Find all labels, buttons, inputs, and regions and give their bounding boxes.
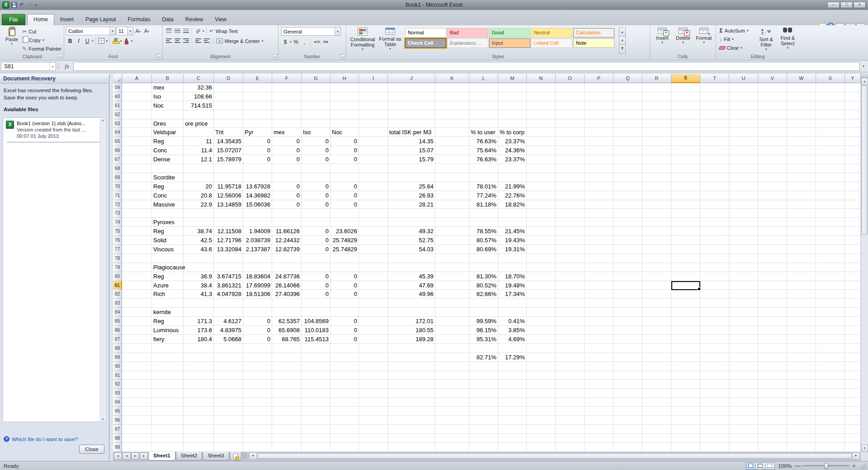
cell-Q89[interactable]	[613, 353, 642, 362]
cell-N80[interactable]	[527, 272, 556, 281]
cell-R87[interactable]	[642, 335, 671, 344]
cell-style-normal[interactable]: Normal	[405, 28, 446, 38]
cell-A99[interactable]	[122, 443, 152, 452]
cell-K62[interactable]	[435, 110, 469, 119]
cell-C67[interactable]: 12.1	[184, 155, 214, 164]
cell-I97[interactable]	[359, 425, 388, 434]
cell-J88[interactable]	[388, 344, 435, 353]
cell-E95[interactable]	[243, 407, 272, 416]
cell-L90[interactable]	[469, 362, 498, 371]
cell-R75[interactable]	[642, 227, 671, 236]
fill-color-button[interactable]	[112, 37, 120, 45]
cell-E74[interactable]	[243, 218, 272, 227]
cell-Q69[interactable]	[613, 173, 642, 182]
cell-V66[interactable]	[758, 146, 787, 155]
cell-J86[interactable]: 180.55	[388, 326, 435, 335]
cell-G64[interactable]: Iso	[302, 128, 330, 137]
cell-D96[interactable]	[214, 416, 243, 425]
cell-C79[interactable]	[184, 263, 214, 272]
cell-L96[interactable]	[469, 416, 498, 425]
cell-C65[interactable]: 11	[184, 137, 214, 146]
cell-W98[interactable]	[787, 434, 816, 443]
cell-E90[interactable]	[243, 362, 272, 371]
normal-view-button[interactable]	[746, 462, 756, 470]
column-header-E[interactable]: E	[243, 74, 272, 83]
cell-N88[interactable]	[527, 344, 556, 353]
cell-K79[interactable]	[435, 263, 469, 272]
cell-J72[interactable]: 28.21	[388, 200, 435, 209]
cell-Q80[interactable]	[613, 272, 642, 281]
cell-R73[interactable]	[642, 209, 671, 218]
underline-dropdown-icon[interactable]: ▾	[92, 39, 94, 43]
cell-B91[interactable]	[152, 371, 184, 380]
cell-N64[interactable]	[527, 128, 556, 137]
cell-R91[interactable]	[642, 371, 671, 380]
cell-X66[interactable]	[816, 146, 845, 155]
cell-E65[interactable]: 0	[243, 137, 272, 146]
insert-cells-button[interactable]: Insert ▾	[652, 26, 673, 52]
cell-V77[interactable]	[758, 245, 787, 254]
cell-M80[interactable]: 18.70%	[498, 272, 527, 281]
cell-D59[interactable]	[214, 83, 243, 92]
cell-L62[interactable]	[469, 110, 498, 119]
cell-G72[interactable]: 0	[302, 200, 330, 209]
column-header-U[interactable]: U	[729, 74, 758, 83]
cell-B67[interactable]: Dense	[152, 155, 184, 164]
cell-F86[interactable]: 65.6908	[272, 326, 302, 335]
ribbon-tab-view[interactable]: View	[209, 14, 232, 25]
cell-K71[interactable]	[435, 191, 469, 200]
cell-X59[interactable]	[816, 83, 845, 92]
cell-T98[interactable]	[700, 434, 729, 443]
increase-indent-button[interactable]	[203, 37, 211, 45]
cell-Q87[interactable]	[613, 335, 642, 344]
cell-U70[interactable]	[729, 182, 758, 191]
cell-Q78[interactable]	[613, 254, 642, 263]
cell-B70[interactable]: Reg	[152, 182, 184, 191]
row-header-88[interactable]: 88	[113, 344, 122, 353]
cell-L95[interactable]	[469, 407, 498, 416]
cell-T68[interactable]	[700, 164, 729, 173]
cell-O89[interactable]	[556, 353, 585, 362]
cell-K84[interactable]	[435, 308, 469, 317]
cell-X94[interactable]	[816, 398, 845, 407]
cell-V76[interactable]	[758, 236, 787, 245]
cell-L87[interactable]: 95.31%	[469, 335, 498, 344]
shrink-font-button[interactable]: A▾	[142, 27, 151, 35]
cell-Y72[interactable]	[845, 200, 861, 209]
cell-B63[interactable]: Ores	[152, 119, 184, 128]
cell-V88[interactable]	[758, 344, 787, 353]
comma-style-button[interactable]: ,	[301, 38, 309, 46]
row-header-82[interactable]: 82	[113, 290, 122, 299]
cell-X68[interactable]	[816, 164, 845, 173]
cell-Q95[interactable]	[613, 407, 642, 416]
scroll-prev-tab-icon[interactable]: ◂	[123, 452, 131, 460]
row-header-93[interactable]: 93	[113, 389, 122, 398]
cell-B79[interactable]: Plagiocause	[152, 263, 184, 272]
cell-L79[interactable]	[469, 263, 498, 272]
cell-D70[interactable]: 11.95718	[214, 182, 243, 191]
cell-D93[interactable]	[214, 389, 243, 398]
cell-J78[interactable]	[388, 254, 435, 263]
cell-G98[interactable]	[302, 434, 330, 443]
cell-S83[interactable]	[671, 299, 700, 308]
cell-U86[interactable]	[729, 326, 758, 335]
cell-R92[interactable]	[642, 380, 671, 389]
cell-M94[interactable]	[498, 398, 527, 407]
cell-G91[interactable]	[302, 371, 330, 380]
cell-U75[interactable]	[729, 227, 758, 236]
row-header-86[interactable]: 86	[113, 326, 122, 335]
cell-A64[interactable]	[122, 128, 152, 137]
cell-K88[interactable]	[435, 344, 469, 353]
cell-O80[interactable]	[556, 272, 585, 281]
cell-P75[interactable]	[585, 227, 613, 236]
cell-D77[interactable]: 13.32084	[214, 245, 243, 254]
cell-V73[interactable]	[758, 209, 787, 218]
sheet-tab-sheet3[interactable]: Sheet3	[203, 452, 229, 461]
cell-G71[interactable]: 0	[302, 191, 330, 200]
cell-X89[interactable]	[816, 353, 845, 362]
cell-M64[interactable]: % to corp	[498, 128, 527, 137]
cell-O97[interactable]	[556, 425, 585, 434]
cell-C70[interactable]: 20	[184, 182, 214, 191]
cell-D98[interactable]	[214, 434, 243, 443]
cell-G96[interactable]	[302, 416, 330, 425]
